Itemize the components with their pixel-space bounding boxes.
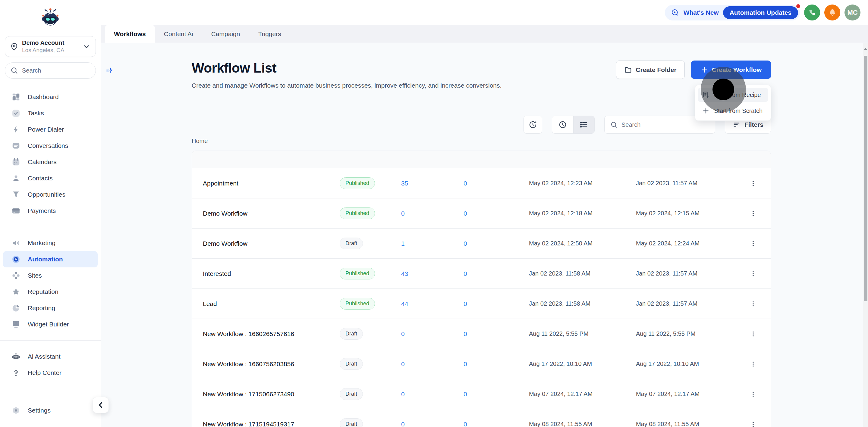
active-enrolled-link[interactable]: 0 — [464, 360, 529, 368]
workflow-name[interactable]: Lead — [203, 300, 340, 307]
sidebar-nav-item[interactable]: Contacts — [0, 170, 101, 187]
user-avatar[interactable]: MC — [844, 4, 861, 21]
row-menu-button[interactable] — [747, 357, 760, 371]
total-enrolled-link[interactable]: 43 — [401, 270, 464, 277]
sidebar-nav-item[interactable]: Tasks — [0, 105, 101, 121]
workflow-name[interactable]: New Workflow : 1715194519317 — [203, 421, 340, 427]
last-updated: May 02 2024, 12:23 AM — [529, 180, 636, 187]
create-folder-button[interactable]: Create Folder — [616, 61, 684, 79]
workflow-name[interactable]: Demo Workflow — [203, 240, 340, 247]
sidebar-item-label: Settings — [28, 407, 51, 414]
workflow-name[interactable]: New Workflow : 1660265757616 — [203, 330, 340, 337]
tab-bar: Workflows Content Ai Campaign Triggers — [101, 25, 868, 43]
active-enrolled-link[interactable]: 0 — [464, 240, 529, 247]
workflow-name[interactable]: Demo Workflow — [203, 210, 340, 217]
sidebar-divider — [0, 227, 101, 227]
sidebar-nav-item[interactable]: Dashboard — [0, 89, 101, 105]
status-badge: Draft — [340, 328, 363, 340]
breadcrumb[interactable]: Home — [192, 138, 208, 144]
last-updated: Aug 11 2022, 5:55 PM — [529, 330, 636, 337]
sidebar-nav-item[interactable]: Payments — [0, 203, 101, 219]
sidebar-item-label: Dashboard — [28, 93, 59, 101]
total-enrolled-link[interactable]: 0 — [401, 330, 464, 337]
active-enrolled-link[interactable]: 0 — [464, 210, 529, 217]
row-menu-button[interactable] — [747, 267, 760, 281]
menu-item[interactable]: Start from Recipe — [698, 88, 768, 102]
workflow-name[interactable]: Interested — [203, 270, 340, 277]
sidebar-nav-item[interactable]: Marketing — [0, 235, 101, 251]
sidebar-nav-item[interactable]: Widget Builder — [0, 316, 101, 332]
total-enrolled-link[interactable]: 0 — [401, 391, 464, 398]
sidebar-search-input[interactable] — [22, 67, 102, 74]
workflow-name[interactable]: New Workflow : 1660756203856 — [203, 360, 340, 368]
content-area: Workflow List Create and manage Workflow… — [101, 43, 868, 427]
sidebar-nav-item[interactable]: Ai Assistant — [0, 349, 101, 365]
table-row: Demo Workflow Published 0 0 May 02 2024,… — [192, 198, 771, 229]
total-enrolled-link[interactable]: 0 — [401, 421, 464, 427]
workflow-name[interactable]: Appointment — [203, 180, 340, 187]
sidebar-nav-item[interactable]: Help Center — [0, 365, 101, 381]
sidebar-nav-item[interactable]: Automation — [3, 251, 98, 267]
tab[interactable]: Triggers — [249, 25, 290, 43]
workflow-name[interactable]: New Workflow : 1715066273490 — [203, 391, 340, 398]
sidebar-item-settings[interactable]: Settings — [0, 402, 101, 419]
sidebar-nav-item[interactable]: Power Dialer — [0, 121, 101, 138]
total-enrolled-link[interactable]: 1 — [401, 240, 464, 247]
row-menu-button[interactable] — [747, 207, 760, 220]
sidebar-collapse-button[interactable] — [93, 397, 109, 413]
scroll-up-arrow[interactable] — [864, 47, 867, 50]
total-enrolled-link[interactable]: 0 — [401, 360, 464, 368]
total-enrolled-link[interactable]: 0 — [401, 210, 464, 217]
sidebar-nav-item[interactable]: Conversations — [0, 138, 101, 154]
whats-new-pill[interactable]: What's New Automation Updates — [665, 5, 800, 21]
row-menu-button[interactable] — [747, 297, 760, 310]
kebab-icon — [749, 240, 757, 248]
view-toggle-list[interactable] — [573, 116, 594, 133]
row-menu-button[interactable] — [747, 177, 760, 190]
sidebar-nav-item[interactable]: Sites — [0, 267, 101, 284]
tab[interactable]: Campaign — [202, 25, 249, 43]
created-on: May 02 2024, 12:24 AM — [636, 240, 744, 247]
automation-updates-button[interactable]: Automation Updates — [723, 6, 798, 19]
menu-item[interactable]: Start from Scratch — [698, 104, 768, 118]
total-enrolled-link[interactable]: 35 — [401, 180, 464, 187]
sidebar-nav-item[interactable]: Reputation — [0, 284, 101, 300]
phone-button[interactable] — [804, 4, 820, 21]
automation-icon — [11, 255, 21, 264]
active-enrolled-link[interactable]: 0 — [464, 300, 529, 307]
tab-label: Campaign — [211, 30, 240, 38]
sidebar-nav-item[interactable]: Opportunities — [0, 187, 101, 203]
active-enrolled-link[interactable]: 0 — [464, 421, 529, 427]
active-enrolled-link[interactable]: 0 — [464, 391, 529, 398]
tab[interactable]: Content Ai — [155, 25, 202, 43]
page-title: Workflow List — [192, 61, 505, 75]
active-enrolled-link[interactable]: 0 — [464, 270, 529, 277]
opportunities-icon — [11, 190, 21, 199]
active-enrolled-link[interactable]: 0 — [464, 330, 529, 337]
create-workflow-button[interactable]: Create Workflow — [691, 61, 771, 79]
row-menu-button[interactable] — [747, 327, 760, 340]
enrollment-history-button[interactable] — [524, 116, 542, 134]
sidebar-item-label: Widget Builder — [28, 321, 69, 328]
kebab-icon — [749, 179, 757, 187]
created-on: Aug 17 2022, 10:10 AM — [636, 360, 744, 367]
view-toggle-history[interactable] — [552, 116, 573, 133]
tasks-icon — [11, 109, 21, 118]
row-menu-button[interactable] — [747, 418, 760, 427]
total-enrolled-link[interactable]: 44 — [401, 300, 464, 307]
kebab-icon — [749, 360, 757, 368]
active-enrolled-link[interactable]: 0 — [464, 180, 529, 187]
menu-item-label: Start from Recipe — [714, 92, 761, 98]
status-badge: Published — [340, 268, 375, 280]
scrollbar-thumb[interactable] — [864, 56, 867, 301]
last-updated: May 02 2024, 12:18 AM — [529, 210, 636, 217]
sidebar-nav-item[interactable]: Reporting — [0, 300, 101, 316]
notifications-button[interactable] — [824, 4, 840, 21]
sidebar-nav-item[interactable]: Calendars — [0, 154, 101, 170]
row-menu-button[interactable] — [747, 237, 760, 250]
sidebar-search[interactable] — [5, 62, 96, 78]
workflow-search-input[interactable] — [621, 121, 710, 128]
tab[interactable]: Workflows — [105, 25, 155, 43]
account-selector[interactable]: Demo Account Los Angeles, CA — [5, 36, 96, 57]
row-menu-button[interactable] — [747, 388, 760, 401]
